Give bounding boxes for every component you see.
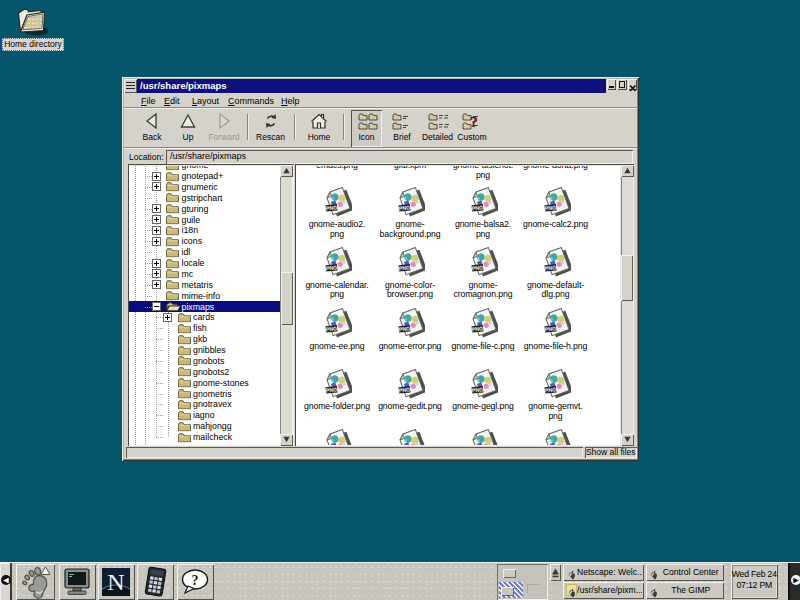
svg-text:?: ?: [470, 114, 478, 130]
svg-text:N: N: [107, 569, 124, 595]
svg-text:?: ?: [192, 573, 199, 588]
